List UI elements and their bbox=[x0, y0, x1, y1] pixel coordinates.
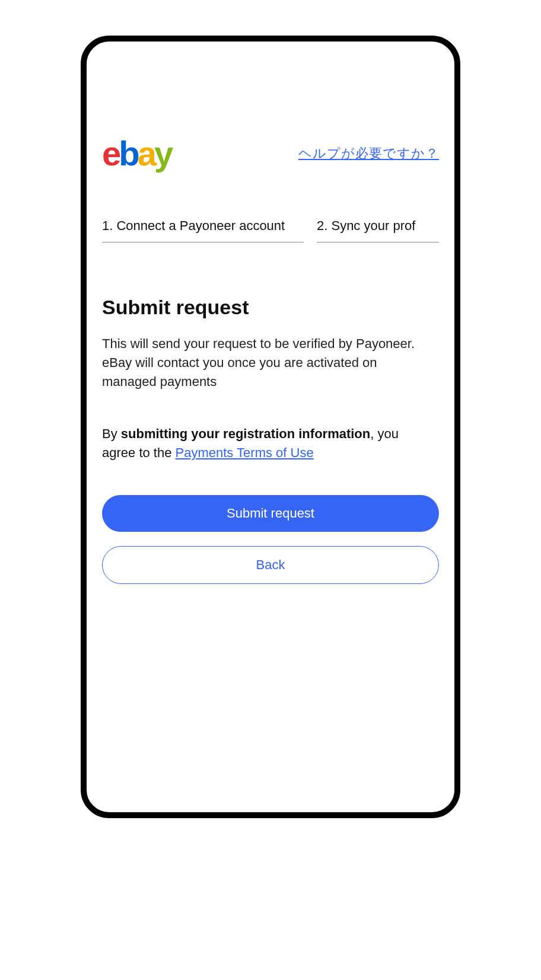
ebay-logo-a: a bbox=[138, 134, 154, 173]
agreement-prefix: By bbox=[102, 426, 121, 441]
description-text: This will send your request to be verifi… bbox=[102, 334, 416, 391]
ebay-logo-e: e bbox=[102, 134, 119, 173]
phone-frame: ebay ヘルプが必要ですか？ 1. Connect a Payoneer ac… bbox=[81, 36, 460, 818]
screen-content: ebay ヘルプが必要ですか？ 1. Connect a Payoneer ac… bbox=[87, 42, 454, 812]
tab-connect-payoneer[interactable]: 1. Connect a Payoneer account bbox=[102, 218, 304, 242]
page-title: Submit request bbox=[102, 296, 439, 319]
ebay-logo-y: y bbox=[154, 134, 171, 173]
header: ebay ヘルプが必要ですか？ bbox=[102, 136, 439, 171]
tabs: 1. Connect a Payoneer account 2. Sync yo… bbox=[102, 218, 439, 242]
phone-side-button-bottom bbox=[81, 273, 82, 356]
submit-request-button[interactable]: Submit request bbox=[102, 495, 439, 532]
back-button[interactable]: Back bbox=[102, 546, 439, 584]
tab-sync-profile[interactable]: 2. Sync your prof bbox=[317, 218, 439, 242]
ebay-logo-b: b bbox=[119, 134, 137, 173]
agreement-bold: submitting your registration information bbox=[121, 426, 370, 441]
help-link[interactable]: ヘルプが必要ですか？ bbox=[298, 145, 439, 162]
ebay-logo: ebay bbox=[102, 136, 171, 171]
payments-terms-link[interactable]: Payments Terms of Use bbox=[176, 445, 314, 460]
agreement-text: By submitting your registration informat… bbox=[102, 424, 434, 462]
phone-side-button-top bbox=[81, 148, 82, 202]
